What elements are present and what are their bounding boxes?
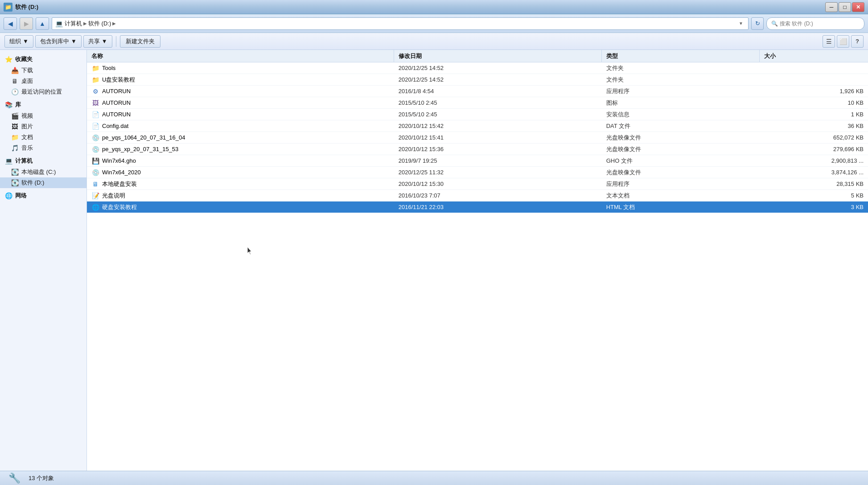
back-button[interactable]: ◀	[4, 17, 17, 30]
column-name[interactable]: 名称	[87, 50, 394, 62]
table-row[interactable]: 💾 Win7x64.gho 2019/9/7 19:25 GHO 文件 2,90…	[87, 155, 868, 167]
maximize-button[interactable]: □	[839, 2, 851, 12]
file-modified: 2020/10/12 15:42	[394, 123, 602, 129]
new-folder-button[interactable]: 新建文件夹	[120, 35, 160, 48]
close-button[interactable]: ✕	[852, 2, 864, 12]
file-type: DAT 文件	[602, 122, 760, 130]
minimize-button[interactable]: ─	[825, 2, 838, 12]
file-type: 文件夹	[602, 76, 760, 84]
sidebar-item-image[interactable]: 🖼 图片	[0, 121, 86, 132]
file-name-cell: 📁 U盘安装教程	[87, 76, 394, 84]
title-bar: 📁 软件 (D:) ─ □ ✕	[0, 0, 868, 14]
table-row[interactable]: 📁 U盘安装教程 2020/12/25 14:52 文件夹	[87, 74, 868, 86]
sidebar-label-video: 视频	[21, 112, 33, 120]
sidebar-item-downloads[interactable]: 📥 下载	[0, 65, 86, 76]
table-row[interactable]: 💿 Win7x64_2020 2020/12/25 11:32 光盘映像文件 3…	[87, 167, 868, 178]
table-row[interactable]: 🖼 AUTORUN 2015/5/10 2:45 图标 10 KB	[87, 97, 868, 109]
video-icon: 🎬	[11, 112, 19, 120]
file-size: 652,072 KB	[760, 134, 868, 141]
toolbar-right: ☰ ⬜ ?	[823, 35, 864, 48]
help-button[interactable]: ?	[851, 35, 864, 48]
file-name-cell: 📄 AUTORUN	[87, 111, 394, 119]
column-type[interactable]: 类型	[602, 50, 760, 62]
file-name: 本地硬盘安装	[102, 180, 137, 188]
search-input[interactable]	[780, 21, 860, 27]
table-row[interactable]: 🖥 本地硬盘安装 2020/10/12 15:30 应用程序 28,315 KB	[87, 178, 868, 190]
file-icon: 📄	[91, 111, 99, 119]
include-library-button[interactable]: 包含到库中 ▼	[35, 35, 82, 48]
address-dropdown[interactable]: ▼	[736, 18, 745, 29]
file-icon: 🖼	[91, 99, 99, 107]
sidebar-label-music: 音乐	[21, 144, 33, 152]
sidebar: ⭐ 收藏夹 📥 下载 🖥 桌面 🕐 最近访问的位置 📚 库	[0, 50, 87, 471]
download-icon: 📥	[11, 66, 19, 74]
sidebar-item-drive-c[interactable]: 💽 本地磁盘 (C:)	[0, 167, 86, 177]
sidebar-label-favorites: 收藏夹	[15, 55, 33, 63]
file-name-cell: 💾 Win7x64.gho	[87, 157, 394, 165]
column-size[interactable]: 大小	[760, 50, 868, 62]
sidebar-label-drive-c: 本地磁盘 (C:)	[21, 168, 56, 176]
sidebar-header-library[interactable]: 📚 库	[0, 99, 86, 111]
table-row[interactable]: 🌐 硬盘安装教程 2016/11/21 22:03 HTML 文档 3 KB	[87, 201, 868, 213]
view-toggle-button[interactable]: ☰	[823, 35, 835, 48]
file-modified: 2019/9/7 19:25	[394, 157, 602, 164]
share-button[interactable]: 共享 ▼	[83, 35, 112, 48]
up-button[interactable]: ▲	[36, 17, 49, 30]
refresh-button[interactable]: ↻	[751, 17, 764, 30]
status-count: 13 个对象	[29, 474, 54, 482]
column-modified[interactable]: 修改日期	[394, 50, 602, 62]
sidebar-item-recent[interactable]: 🕐 最近访问的位置	[0, 86, 86, 97]
sidebar-item-desktop[interactable]: 🖥 桌面	[0, 76, 86, 86]
table-row[interactable]: 📄 Config.dat 2020/10/12 15:42 DAT 文件 36 …	[87, 120, 868, 132]
file-name: AUTORUN	[102, 99, 131, 106]
file-modified: 2016/10/23 7:07	[394, 192, 602, 199]
file-name-cell: 🖥 本地硬盘安装	[87, 180, 394, 188]
crumb-computer[interactable]: 计算机	[65, 20, 82, 28]
sidebar-label-image: 图片	[21, 123, 33, 131]
file-type: 图标	[602, 99, 760, 107]
sidebar-header-computer[interactable]: 💻 计算机	[0, 155, 86, 167]
file-type: 应用程序	[602, 180, 760, 188]
table-row[interactable]: 📝 光盘说明 2016/10/23 7:07 文本文档 5 KB	[87, 190, 868, 201]
table-row[interactable]: 💿 pe_yqs_1064_20_07_31_16_04 2020/10/12 …	[87, 132, 868, 144]
address-bar[interactable]: 💻 计算机 ▶ 软件 (D:) ▶ ▼	[52, 17, 749, 30]
recent-icon: 🕐	[11, 88, 19, 96]
network-icon: 🌐	[4, 192, 12, 200]
sidebar-item-video[interactable]: 🎬 视频	[0, 111, 86, 121]
document-icon: 📁	[11, 133, 19, 141]
table-row[interactable]: 💿 pe_yqs_xp_20_07_31_15_53 2020/10/12 15…	[87, 144, 868, 155]
file-list: 📁 Tools 2020/12/25 14:52 文件夹 📁 U盘安装教程 20…	[87, 62, 868, 471]
file-icon: 💿	[91, 134, 99, 142]
computer-icon: 💻	[4, 157, 12, 165]
file-name-cell: 📁 Tools	[87, 64, 394, 72]
file-name: 光盘说明	[102, 192, 125, 200]
file-name: Config.dat	[102, 123, 128, 129]
file-type: 安装信息	[602, 111, 760, 119]
file-type: 光盘映像文件	[602, 145, 760, 153]
file-size: 2,900,813 ...	[760, 157, 868, 164]
sidebar-header-network[interactable]: 🌐 网络	[0, 190, 86, 201]
file-name: Tools	[102, 65, 115, 71]
file-name-cell: 📝 光盘说明	[87, 192, 394, 200]
search-bar[interactable]: 🔍	[766, 17, 864, 30]
sidebar-section-computer: 💻 计算机 💽 本地磁盘 (C:) 💽 软件 (D:)	[0, 155, 86, 188]
crumb-drive[interactable]: 软件 (D:)	[88, 20, 111, 28]
forward-button[interactable]: ▶	[20, 17, 33, 30]
file-modified: 2016/1/8 4:54	[394, 88, 602, 95]
sidebar-item-drive-d[interactable]: 💽 软件 (D:)	[0, 177, 86, 188]
table-row[interactable]: ⚙ AUTORUN 2016/1/8 4:54 应用程序 1,926 KB	[87, 86, 868, 97]
sidebar-item-document[interactable]: 📁 文档	[0, 132, 86, 143]
table-row[interactable]: 📄 AUTORUN 2015/5/10 2:45 安装信息 1 KB	[87, 109, 868, 120]
toolbar: 组织 ▼ 包含到库中 ▼ 共享 ▼ 新建文件夹 ☰ ⬜ ?	[0, 33, 868, 50]
preview-button[interactable]: ⬜	[837, 35, 849, 48]
address-icon: 💻	[55, 20, 63, 28]
organize-button[interactable]: 组织 ▼	[4, 35, 33, 48]
table-row[interactable]: 📁 Tools 2020/12/25 14:52 文件夹	[87, 62, 868, 74]
file-name: pe_yqs_1064_20_07_31_16_04	[102, 134, 185, 141]
file-icon: ⚙	[91, 87, 99, 95]
sidebar-item-music[interactable]: 🎵 音乐	[0, 143, 86, 153]
sidebar-header-favorites[interactable]: ⭐ 收藏夹	[0, 53, 86, 65]
file-type: 文件夹	[602, 64, 760, 72]
file-name: U盘安装教程	[102, 76, 135, 84]
window-title: 软件 (D:)	[15, 3, 38, 11]
